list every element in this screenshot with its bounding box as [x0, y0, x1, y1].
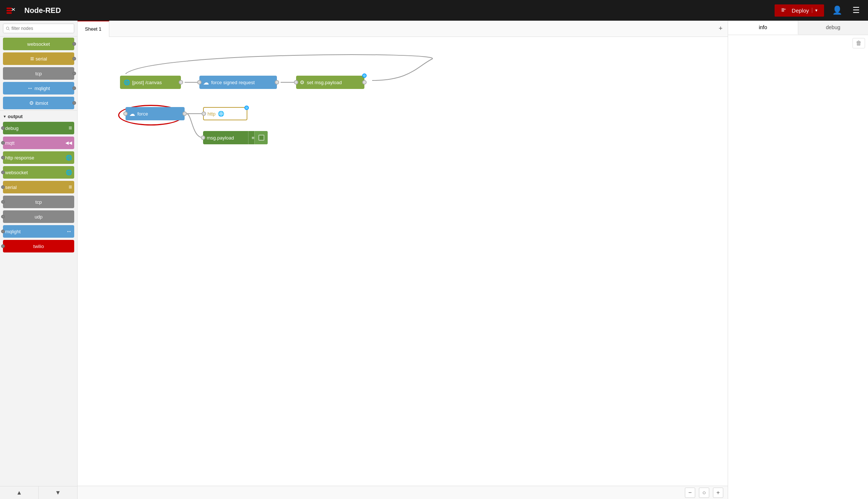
tab-debug[interactable]: debug	[798, 21, 868, 35]
port-left	[1, 200, 5, 204]
node-debug-output[interactable]: debug ≡	[3, 122, 74, 134]
tab-sheet1[interactable]: Sheet 1	[78, 21, 109, 37]
port-right	[362, 80, 367, 85]
nav-arrows: ▲ ▼	[0, 486, 77, 499]
port-left	[201, 135, 205, 140]
msg-payload-list-icon[interactable]: ≡	[248, 131, 254, 144]
node-websocket-output[interactable]: websocket 🌐	[3, 166, 74, 179]
serial-icon: ≡	[30, 55, 34, 63]
mqtt-icon: ◀◀	[65, 140, 72, 145]
websocket-output-icon: 🌐	[66, 169, 72, 175]
tabs-bar: Sheet 1 +	[78, 21, 728, 37]
node-msg-payload[interactable]: msg.payload ≡	[203, 131, 268, 144]
flow-canvas[interactable]: 🌐 [post] /canvas ☁ force signed request …	[78, 37, 728, 486]
port-right	[72, 101, 76, 105]
zoom-reset-button[interactable]: ○	[699, 488, 709, 498]
node-tcp-input[interactable]: tcp	[3, 67, 74, 80]
nav-up-button[interactable]: ▲	[0, 486, 39, 499]
node-label: tcp	[35, 71, 42, 76]
list-icon: ≡	[251, 135, 254, 141]
deploy-button[interactable]: Deploy ▾	[775, 4, 824, 17]
port-left	[1, 141, 5, 145]
node-udp-output[interactable]: udp	[3, 210, 74, 223]
node-label: http response	[5, 155, 34, 161]
node-serial-output[interactable]: serial ≡	[3, 181, 74, 193]
svg-rect-7	[782, 11, 784, 11]
nodered-logo-icon	[6, 5, 21, 16]
node-label: ibmiot	[35, 100, 48, 106]
node-http-label: http	[207, 111, 216, 117]
node-set-msg-label: set msg.payload	[307, 80, 342, 85]
node-mqlight-output[interactable]: mqlight ↔	[3, 225, 74, 238]
node-force-signed-label: force signed request	[211, 80, 255, 85]
set-msg-icon: ⚙	[300, 79, 305, 85]
svg-rect-5	[782, 8, 784, 9]
port-left	[1, 156, 5, 159]
node-post-canvas-label: [post] /canvas	[132, 80, 162, 85]
node-http[interactable]: http 🌐	[203, 107, 247, 120]
delete-button[interactable]: 🗑	[852, 38, 865, 48]
force-icon: ☁	[129, 110, 135, 117]
svg-rect-0	[7, 7, 12, 9]
wires-layer	[78, 37, 728, 486]
node-label: mqtt	[5, 140, 14, 146]
tab-info[interactable]: info	[728, 21, 798, 35]
port-right	[72, 86, 76, 90]
node-websocket-input[interactable]: websocket	[3, 38, 74, 50]
port-left	[294, 80, 298, 85]
node-serial-input[interactable]: ≡ serial	[3, 52, 74, 65]
user-icon[interactable]: 👤	[830, 3, 844, 17]
nav-down-button[interactable]: ▼	[39, 486, 77, 499]
port-left	[1, 185, 5, 189]
tab-label: Sheet 1	[85, 26, 102, 32]
right-panel-content: 🗑	[728, 35, 868, 499]
node-mqlight-input[interactable]: ↔ mqlight	[3, 82, 74, 94]
filter-nodes-input[interactable]	[3, 24, 74, 33]
mqlight-icon: ↔	[27, 85, 33, 92]
port-left	[202, 111, 206, 116]
node-label: twilio	[33, 244, 44, 249]
node-force[interactable]: ☁ force	[126, 107, 185, 120]
svg-rect-1	[7, 10, 12, 11]
force-signed-icon: ☁	[203, 79, 209, 86]
debug-icon: ≡	[69, 125, 72, 131]
zoom-out-button[interactable]: −	[685, 488, 695, 498]
node-twilio-output[interactable]: twilio	[3, 240, 74, 252]
logo-area: Node-RED	[6, 5, 61, 16]
port-left	[1, 230, 5, 233]
node-label: debug	[5, 125, 18, 131]
zoom-in-button[interactable]: +	[713, 488, 723, 498]
node-tcp-output[interactable]: tcp	[3, 196, 74, 208]
node-label: mqlight	[5, 229, 21, 234]
port-right	[72, 57, 76, 61]
port-left	[1, 126, 5, 130]
msg-payload-square-icon[interactable]	[254, 131, 268, 144]
port-right	[72, 42, 76, 46]
right-panel: info debug 🗑	[728, 21, 868, 499]
port-right	[179, 80, 183, 85]
node-force-signed-request[interactable]: ☁ force signed request	[199, 76, 277, 89]
node-force-label: force	[137, 111, 148, 117]
tab-add-button[interactable]: +	[713, 21, 728, 37]
node-label: mqlight	[35, 86, 50, 91]
port-left	[1, 171, 5, 174]
filter-nodes-area	[0, 21, 77, 37]
node-label: serial	[5, 185, 17, 190]
output-section-header[interactable]: ▾ output	[0, 110, 77, 121]
node-ibmiot-input[interactable]: ⚙ ibmiot	[3, 97, 74, 109]
port-right	[275, 80, 279, 85]
node-mqtt-output[interactable]: mqtt ◀◀	[3, 137, 74, 149]
deploy-chevron-icon[interactable]: ▾	[812, 8, 817, 13]
menu-icon[interactable]: ☰	[850, 3, 862, 17]
node-httpresponse-output[interactable]: http response 🌐	[3, 151, 74, 164]
node-post-canvas[interactable]: 🌐 [post] /canvas	[120, 76, 181, 89]
canvas-area: Sheet 1 + 🌐 [post] /canvas	[78, 21, 728, 499]
node-set-msg-payload[interactable]: ⚙ set msg.payload	[296, 76, 364, 89]
mqlight-output-icon: ↔	[66, 228, 72, 235]
node-label: websocket	[27, 41, 50, 47]
post-canvas-icon: 🌐	[124, 79, 130, 85]
app-title: Node-RED	[24, 6, 61, 15]
deploy-icon	[781, 8, 789, 13]
node-msg-payload-label: msg.payload	[207, 135, 234, 141]
port-left	[1, 215, 5, 218]
